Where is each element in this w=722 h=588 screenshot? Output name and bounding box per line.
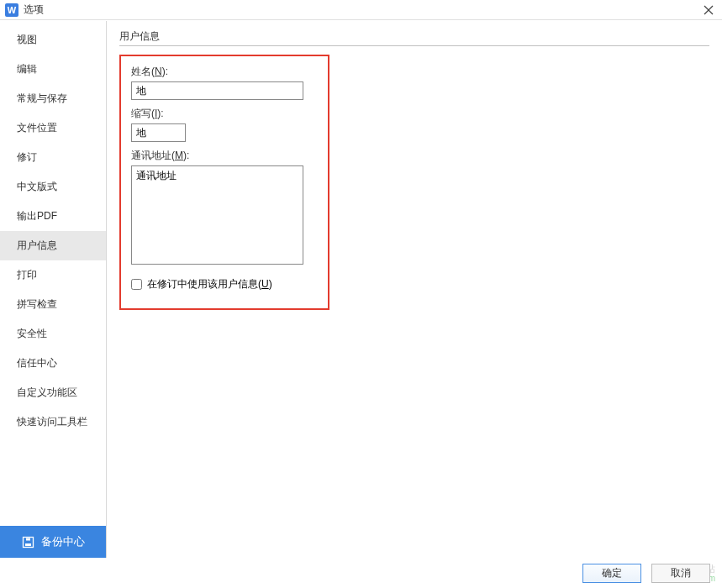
name-input[interactable] xyxy=(131,81,303,100)
use-in-revision-checkbox[interactable] xyxy=(131,279,142,290)
cancel-button[interactable]: 取消 xyxy=(651,564,710,583)
sidebar-item-security[interactable]: 安全性 xyxy=(0,319,106,349)
sidebar-item-general-save[interactable]: 常规与保存 xyxy=(0,84,106,113)
sidebar-item-label: 安全性 xyxy=(17,328,47,339)
section-divider xyxy=(119,45,709,46)
svg-rect-4 xyxy=(26,538,30,540)
name-label: 姓名(N): xyxy=(131,65,318,79)
address-input[interactable] xyxy=(131,165,303,265)
app-icon-letter: W xyxy=(8,5,16,15)
window-title: 选项 xyxy=(24,3,44,17)
sidebar-item-revision[interactable]: 修订 xyxy=(0,143,106,172)
sidebar-item-custom-ribbon[interactable]: 自定义功能区 xyxy=(0,378,106,407)
close-button[interactable] xyxy=(702,3,715,17)
section-title: 用户信息 xyxy=(119,29,709,44)
backup-center-button[interactable]: 备份中心 xyxy=(0,526,106,558)
user-info-highlight-box: 姓名(N): 缩写(I): 通讯地址(M): 在修订中使用该用户信息(U) xyxy=(119,55,329,310)
sidebar-item-output-pdf[interactable]: 输出PDF xyxy=(0,202,106,231)
sidebar-item-label: 拼写检查 xyxy=(17,298,57,310)
sidebar-item-label: 常规与保存 xyxy=(17,92,67,104)
sidebar-list: 视图 编辑 常规与保存 文件位置 修订 中文版式 输出PDF 用户信息 打印 拼… xyxy=(0,25,106,526)
dialog-footer: 确定 取消 xyxy=(0,558,722,588)
sidebar-item-label: 打印 xyxy=(17,269,37,281)
sidebar-item-user-info[interactable]: 用户信息 xyxy=(0,231,106,260)
address-label: 通讯地址(M): xyxy=(131,149,318,163)
address-field-group: 通讯地址(M): xyxy=(131,149,318,267)
sidebar-item-label: 编辑 xyxy=(17,63,37,75)
title-bar: W 选项 xyxy=(0,0,722,20)
sidebar-item-label: 修订 xyxy=(17,151,37,163)
backup-center-label: 备份中心 xyxy=(41,534,85,549)
sidebar-item-label: 用户信息 xyxy=(17,239,57,251)
sidebar-item-label: 视图 xyxy=(17,34,37,45)
backup-icon xyxy=(22,536,34,549)
app-icon: W xyxy=(5,3,18,17)
use-in-revision-label: 在修订中使用该用户信息(U) xyxy=(147,277,272,291)
sidebar-item-label: 自定义功能区 xyxy=(17,386,77,398)
sidebar-item-chinese-layout[interactable]: 中文版式 xyxy=(0,172,106,202)
sidebar-item-label: 输出PDF xyxy=(17,210,57,222)
abbr-input[interactable] xyxy=(131,123,186,142)
sidebar-item-label: 中文版式 xyxy=(17,181,57,192)
abbr-label: 缩写(I): xyxy=(131,107,318,121)
use-in-revision-row: 在修订中使用该用户信息(U) xyxy=(131,277,318,291)
sidebar-item-label: 文件位置 xyxy=(17,122,57,134)
sidebar-item-file-location[interactable]: 文件位置 xyxy=(0,113,106,143)
abbr-field-group: 缩写(I): xyxy=(131,107,318,142)
sidebar-item-label: 快速访问工具栏 xyxy=(17,416,87,428)
sidebar: 视图 编辑 常规与保存 文件位置 修订 中文版式 输出PDF 用户信息 打印 拼… xyxy=(0,21,107,558)
svg-rect-3 xyxy=(25,543,31,546)
sidebar-item-trust-center[interactable]: 信任中心 xyxy=(0,349,106,378)
sidebar-item-view[interactable]: 视图 xyxy=(0,25,106,55)
sidebar-item-label: 信任中心 xyxy=(17,357,57,369)
sidebar-item-print[interactable]: 打印 xyxy=(0,260,106,290)
sidebar-item-quick-access[interactable]: 快速访问工具栏 xyxy=(0,407,106,437)
content-panel: 用户信息 姓名(N): 缩写(I): 通讯地址(M): 在修订中使用该用户信息(… xyxy=(107,21,722,558)
name-field-group: 姓名(N): xyxy=(131,65,318,100)
ok-button[interactable]: 确定 xyxy=(582,564,641,583)
sidebar-item-edit[interactable]: 编辑 xyxy=(0,55,106,84)
sidebar-item-spell-check[interactable]: 拼写检查 xyxy=(0,290,106,319)
close-icon xyxy=(704,5,714,15)
